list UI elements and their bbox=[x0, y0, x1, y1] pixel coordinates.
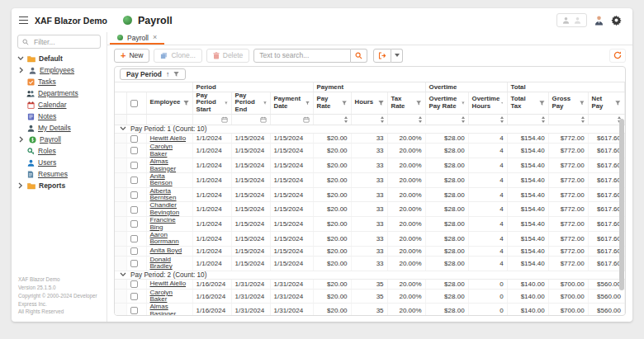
avatar[interactable] bbox=[594, 16, 604, 26]
filter-cell-checkbox[interactable] bbox=[126, 115, 146, 125]
column-header-overtime-hours[interactable]: Overtime Hours bbox=[468, 92, 507, 115]
clone-button[interactable]: Clone... bbox=[154, 49, 201, 63]
number-spinner[interactable] bbox=[581, 116, 585, 123]
close-icon[interactable]: × bbox=[153, 34, 157, 41]
employee-link[interactable]: Aaron Borrmann bbox=[150, 232, 179, 246]
sidebar-item-resumes[interactable]: Resumes bbox=[12, 168, 107, 180]
column-header-tax-rate[interactable]: Tax Rate bbox=[387, 92, 425, 115]
row-checkbox[interactable] bbox=[130, 135, 138, 143]
chevron-down-icon[interactable] bbox=[17, 56, 24, 61]
hamburger-menu-icon[interactable] bbox=[19, 16, 28, 24]
filter-icon[interactable] bbox=[615, 100, 621, 106]
sidebar-item-calendar[interactable]: Calendar bbox=[12, 99, 107, 111]
employee-link[interactable]: Anita Boyd bbox=[150, 247, 182, 254]
filter-icon[interactable] bbox=[173, 71, 179, 78]
row-checkbox[interactable] bbox=[130, 147, 138, 154]
sidebar-item-tasks[interactable]: Tasks bbox=[12, 76, 107, 87]
filter-icon[interactable] bbox=[378, 100, 384, 106]
employee-link[interactable]: Anita Benson bbox=[150, 172, 173, 186]
column-header-net-pay[interactable]: Net Pay bbox=[588, 92, 624, 115]
group-by-chip-pay-period[interactable]: Pay Period ↑ bbox=[120, 68, 186, 80]
filter-cell-employee[interactable] bbox=[146, 115, 192, 125]
column-header-pay-period-start[interactable]: Pay Period Start bbox=[192, 92, 231, 115]
tab-payroll[interactable]: Payroll × bbox=[110, 32, 164, 45]
filter-cell-total_tax[interactable] bbox=[507, 115, 548, 125]
export-button[interactable] bbox=[373, 49, 391, 63]
filter-icon[interactable] bbox=[305, 100, 310, 106]
row-checkbox[interactable] bbox=[130, 293, 138, 300]
chevron-right-icon[interactable] bbox=[18, 136, 25, 143]
sidebar-item-my-details[interactable]: My Details bbox=[12, 122, 107, 134]
filter-cell-overtime_hours[interactable] bbox=[468, 115, 507, 125]
sidebar-item-employees[interactable]: Employees bbox=[12, 64, 107, 76]
number-spinner[interactable] bbox=[542, 116, 545, 123]
chevron-down-icon[interactable] bbox=[120, 125, 126, 133]
delete-button[interactable]: Delete bbox=[206, 49, 250, 63]
search-input[interactable] bbox=[253, 49, 351, 63]
employee-link[interactable]: Almas Basinger bbox=[150, 158, 177, 172]
number-spinner[interactable] bbox=[500, 116, 504, 123]
column-header-gross-pay[interactable]: Gross Pay bbox=[548, 92, 588, 115]
employee-link[interactable]: Carolyn Baker bbox=[150, 144, 173, 158]
column-header-pay-period-end[interactable]: Pay Period End bbox=[231, 92, 270, 115]
row-checkbox[interactable] bbox=[130, 247, 138, 255]
number-spinner[interactable] bbox=[419, 116, 422, 123]
sidebar-item-payroll[interactable]: Payroll bbox=[12, 134, 107, 145]
sidebar-item-users[interactable]: Users bbox=[12, 157, 107, 168]
row-checkbox[interactable] bbox=[130, 162, 138, 169]
filter-icon[interactable] bbox=[263, 100, 267, 106]
sidebar-filter-input[interactable] bbox=[32, 37, 90, 47]
filter-cell-payment_date[interactable] bbox=[270, 115, 313, 125]
employee-link[interactable]: Chandler Bevington bbox=[150, 202, 180, 216]
scrollbar-thumb[interactable] bbox=[619, 119, 624, 290]
number-spinner[interactable] bbox=[381, 116, 384, 123]
employee-link[interactable]: Alberta Berntsen bbox=[150, 187, 177, 201]
filter-cell-pay_rate[interactable] bbox=[313, 115, 351, 125]
chevron-down-icon[interactable] bbox=[120, 271, 126, 279]
column-header-total-tax[interactable]: Total Tax bbox=[507, 92, 548, 115]
number-spinner[interactable] bbox=[344, 116, 348, 123]
new-button[interactable]: + New bbox=[114, 49, 149, 63]
filter-icon[interactable] bbox=[183, 100, 189, 106]
employee-link[interactable]: Donald Bradley bbox=[150, 256, 173, 270]
group-row[interactable]: Pay Period: 1 (Count: 10) bbox=[115, 125, 625, 134]
row-checkbox[interactable] bbox=[130, 280, 138, 288]
calendar-icon[interactable] bbox=[303, 116, 310, 123]
sidebar-item-notes[interactable]: Notes bbox=[12, 111, 107, 122]
column-header-payment-date[interactable]: Payment Date bbox=[270, 92, 313, 115]
filter-cell-pay_period_start[interactable] bbox=[192, 115, 231, 125]
filter-cell-gross_pay[interactable] bbox=[548, 115, 588, 125]
row-checkbox[interactable] bbox=[130, 206, 138, 214]
refresh-button[interactable] bbox=[609, 49, 626, 63]
group-row[interactable]: Pay Period: 2 (Count: 10) bbox=[115, 271, 625, 279]
sidebar-item-departments[interactable]: Departments bbox=[12, 87, 107, 99]
vertical-scrollbar[interactable] bbox=[619, 119, 624, 313]
calendar-icon[interactable] bbox=[260, 116, 267, 123]
row-checkbox[interactable] bbox=[130, 220, 138, 228]
sidebar-item-roles[interactable]: Roles bbox=[12, 145, 107, 157]
chevron-right-icon[interactable] bbox=[18, 67, 25, 73]
filter-cell-overtime_pay_rate[interactable] bbox=[425, 115, 468, 125]
column-header-hours[interactable]: Hours bbox=[351, 92, 387, 115]
user-switcher-button[interactable] bbox=[556, 13, 587, 27]
select-all-checkbox[interactable] bbox=[130, 100, 138, 107]
filter-cell-tax_rate[interactable] bbox=[387, 115, 425, 125]
row-checkbox[interactable] bbox=[130, 191, 138, 199]
filter-cell-hours[interactable] bbox=[351, 115, 387, 125]
filter-icon[interactable] bbox=[580, 100, 585, 106]
column-header-overtime-pay-rate[interactable]: Overtime Pay Rate bbox=[425, 92, 468, 115]
filter-icon[interactable] bbox=[342, 100, 347, 106]
sidebar-group-reports[interactable]: Reports bbox=[12, 180, 107, 191]
employee-link[interactable]: Francine Bing bbox=[150, 217, 176, 231]
filter-icon[interactable] bbox=[416, 100, 421, 106]
search-button[interactable] bbox=[351, 49, 367, 63]
filter-icon[interactable] bbox=[462, 100, 465, 106]
employee-link[interactable]: Hewitt Aiello bbox=[150, 134, 187, 142]
filter-icon[interactable] bbox=[225, 100, 228, 106]
sidebar-filter[interactable] bbox=[17, 35, 101, 49]
employee-link[interactable]: Almas Basinger bbox=[150, 304, 177, 315]
row-checkbox[interactable] bbox=[130, 235, 138, 242]
row-checkbox[interactable] bbox=[130, 177, 138, 184]
column-header-employee[interactable]: Employee bbox=[146, 92, 192, 115]
number-spinner[interactable] bbox=[462, 116, 465, 123]
